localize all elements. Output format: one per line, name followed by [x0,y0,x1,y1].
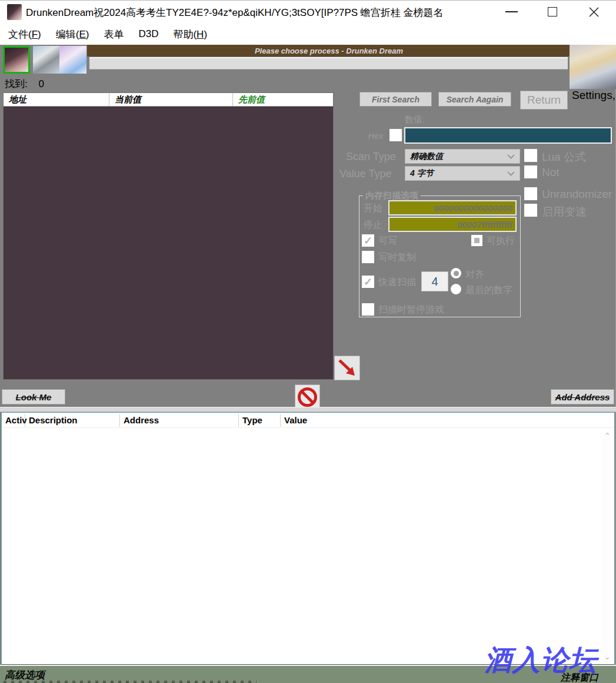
not-checkbox[interactable] [524,165,537,178]
scan-type-label: Scan Type [346,151,396,163]
column-value[interactable]: Value [281,414,614,427]
scan-stop-label: 停止 [364,219,382,231]
column-type[interactable]: Type [239,414,281,427]
scrollbar[interactable]: ⌃ ⌄ [602,430,612,662]
add-selected-arrow-button[interactable] [334,356,360,380]
found-label: 找到: [5,78,28,89]
scan-stop-input[interactable] [388,217,517,232]
add-address-button[interactable]: Add Address [551,389,614,405]
column-address[interactable]: Address [120,414,239,427]
decoration-image [570,45,616,89]
settings-link[interactable]: Settings, [572,89,615,102]
column-current-value[interactable]: 当前值 [109,93,233,106]
indeterminate-mark [474,238,480,243]
fast-scan-alignment-input[interactable] [421,271,448,291]
column-address[interactable]: 地址 [4,93,109,106]
menu-table[interactable]: 表单 [104,28,124,41]
copy-on-write-label: 写时复制 [378,251,416,264]
executable-label: 可执行 [487,235,515,247]
app-icon [7,4,22,20]
avatar-selected[interactable] [3,46,30,74]
first-search-button[interactable]: First Search [359,92,432,107]
last-digits-label: 最后的数字 [465,284,512,297]
unrandomizer-checkbox[interactable] [524,187,537,200]
value-label: 数值: [405,114,425,125]
executable-checkbox[interactable] [471,235,482,246]
no-entry-icon [295,385,319,409]
chevron-down-icon [507,154,515,159]
menu-edit[interactable]: 编辑(E) [56,28,89,41]
search-again-button[interactable]: Search Aagain [438,92,511,107]
return-button[interactable]: Return [520,91,568,110]
found-count: 0 [38,78,44,89]
value-type-label: Value Type [339,168,391,180]
radio-dot [454,271,459,276]
menu-help[interactable]: 帮助(H) [173,28,207,41]
speedhack-checkbox[interactable] [524,204,537,217]
fast-scan-checkbox[interactable]: ✓ [362,276,374,288]
found-list-header: 地址 当前值 先前值 [4,93,333,107]
advanced-options-button[interactable]: 高级选项 [5,668,45,682]
copy-on-write-checkbox[interactable] [362,251,374,263]
speedhack-label: 启用变速 [542,204,587,220]
value-type-value: 4 字节 [410,168,434,179]
splitter-bar[interactable] [0,407,616,412]
value-input[interactable] [404,127,612,144]
address-list-header: Activ Description Address Type Value [2,413,614,428]
writable-checkbox[interactable]: ✓ [362,234,374,247]
fast-scan-label: 快速扫描 [378,276,416,289]
align-radio[interactable] [451,268,461,278]
hex-label: Hex [368,131,383,141]
pause-game-checkbox[interactable] [362,303,374,316]
found-count-line: 找到: 0 [5,77,44,91]
unrandomizer-label: Unrandomizer [542,188,612,201]
forum-watermark: 酒入论坛 [484,642,597,679]
menu-d3d[interactable]: D3D [138,28,158,40]
cancel-scan-button[interactable] [295,384,320,410]
pause-game-label: 扫描时暂停游戏 [378,304,444,316]
lua-formula-label: Lua 公式 [542,150,586,165]
process-title-bar: Please choose process - Drunken Dream [87,45,571,57]
align-label: 对齐 [465,268,484,281]
scroll-up-icon[interactable]: ⌃ [602,430,612,441]
look-me-button[interactable]: Look Me [2,389,65,405]
not-label: Not [542,166,560,179]
scan-start-label: 开始 [364,203,382,215]
scan-type-value: 精确数值 [410,151,443,162]
close-button[interactable] [588,6,600,18]
avatar-3[interactable] [59,46,86,74]
value-type-dropdown[interactable]: 4 字节 [405,166,520,181]
window-title: DrunkenDream祝2024高考考生TY2E4E?-94z*ep&qiKH… [26,6,444,19]
last-digits-radio[interactable] [451,284,461,294]
avatar-2[interactable] [33,46,60,74]
address-list: Activ Description Address Type Value ⌃ ⌄ [1,412,615,665]
chevron-down-icon [507,171,515,176]
clipped-text-row [4,681,257,683]
writable-label: 可写 [378,235,397,247]
lua-formula-checkbox[interactable] [524,149,537,162]
menu-bar: 文件(F) 编辑(E) 表单 D3D 帮助(H) [0,25,222,44]
menu-file[interactable]: 文件(F) [8,28,41,41]
red-arrow-icon [335,356,359,380]
column-active[interactable]: Activ [2,414,25,427]
scan-type-dropdown[interactable]: 精确数值 [405,149,520,164]
scan-progress-bar [89,57,568,69]
minimize-button[interactable] [505,11,518,12]
column-description[interactable]: Description [25,414,120,427]
scroll-down-icon[interactable]: ⌄ [602,651,612,662]
hex-checkbox[interactable] [389,129,402,141]
scan-start-input[interactable] [388,200,517,215]
column-previous-value[interactable]: 先前值 [233,93,333,106]
found-list: 地址 当前值 先前值 [3,92,334,380]
maximize-button[interactable] [548,7,557,16]
